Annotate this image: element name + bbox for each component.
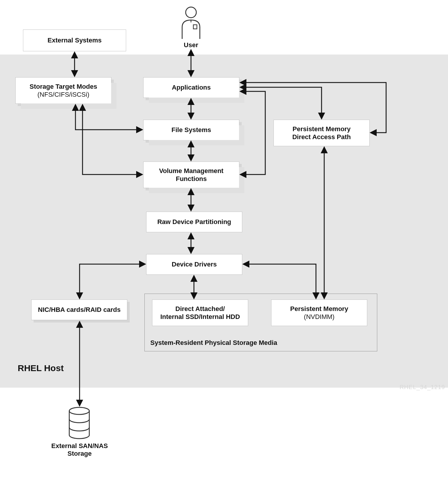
- label-direct-attached-sub: Internal SSD/Internal HDD: [160, 313, 240, 321]
- label-applications: Applications: [172, 83, 211, 92]
- box-device-drivers: Device Drivers: [146, 254, 242, 275]
- label-storage-target-modes: Storage Target Modes: [29, 83, 97, 91]
- box-volume-mgmt: Volume Management Functions: [143, 162, 239, 188]
- label-device-drivers: Device Drivers: [172, 260, 217, 269]
- label-user: User: [178, 41, 204, 49]
- label-file-systems: File Systems: [172, 126, 211, 134]
- box-nic-hba: NIC/HBA cards/RAID cards: [31, 299, 127, 320]
- svg-rect-1: [193, 25, 197, 29]
- box-file-systems: File Systems: [143, 120, 239, 140]
- label-rhel-host: RHEL Host: [18, 363, 64, 373]
- label-persistent-mem-nvdimm-sub: (NVDIMM): [304, 313, 335, 321]
- svg-point-3: [69, 407, 89, 414]
- label-volume-mgmt: Volume Management: [159, 167, 223, 175]
- label-nic-hba: NIC/HBA cards/RAID cards: [38, 306, 121, 314]
- box-direct-attached: Direct Attached/ Internal SSD/Internal H…: [152, 299, 248, 326]
- box-persistent-mem-path: Persistent Memory Direct Access Path: [274, 120, 370, 146]
- label-persistent-mem-nvdimm: Persistent Memory: [290, 305, 348, 313]
- box-raw-partitioning: Raw Device Partitioning: [146, 212, 242, 232]
- svg-point-0: [186, 7, 196, 18]
- label-external-systems: External Systems: [47, 36, 101, 45]
- box-storage-target-modes: Storage Target Modes (NFS/CIFS/iSCSi): [15, 77, 111, 104]
- label-storage-target-modes-sub: (NFS/CIFS/iSCSi): [37, 90, 89, 99]
- box-persistent-mem-nvdimm: Persistent Memory (NVDIMM): [271, 299, 367, 326]
- label-persistent-mem-path-sub: Direct Access Path: [292, 133, 351, 141]
- storage-architecture-diagram: External Systems User Storage Target Mod…: [0, 0, 448, 479]
- label-raw-partitioning: Raw Device Partitioning: [157, 218, 231, 226]
- label-direct-attached: Direct Attached/: [175, 305, 225, 313]
- box-applications: Applications: [143, 77, 239, 98]
- label-external-san: External SAN/NAS Storage: [40, 442, 119, 457]
- label-persistent-mem-path: Persistent Memory: [293, 125, 351, 133]
- label-volume-mgmt-sub: Functions: [176, 175, 207, 183]
- box-external-systems: External Systems: [23, 29, 126, 51]
- label-storage-media-frame: System-Resident Physical Storage Media: [150, 339, 277, 347]
- database-icon: [68, 407, 91, 439]
- user-icon: [178, 6, 204, 39]
- label-corner-code: RHEL_34_1219: [400, 384, 445, 391]
